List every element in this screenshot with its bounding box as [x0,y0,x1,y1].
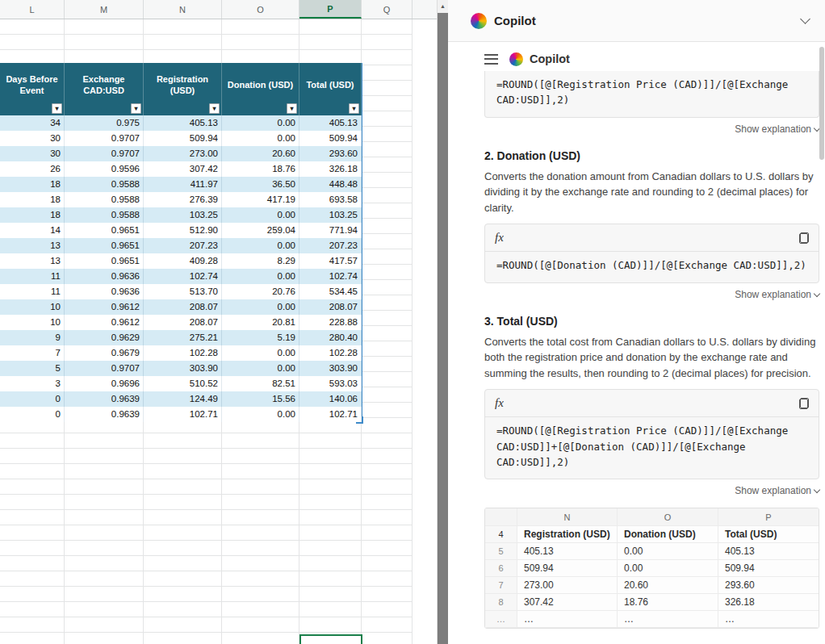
cell[interactable]: 0.9588 [65,207,144,223]
cell[interactable]: 228.88 [299,315,362,330]
cell[interactable]: 0.9639 [65,391,144,407]
cell[interactable]: 30 [0,131,65,146]
cell[interactable]: 0.975 [65,115,144,131]
column-header-l[interactable]: L [0,0,65,19]
cell[interactable]: 207.23 [299,238,362,253]
cell[interactable]: 326.18 [299,161,362,177]
cell[interactable]: 18 [0,207,65,223]
scrollbar-thumb[interactable] [438,13,448,644]
copy-icon[interactable] [799,232,809,244]
cell[interactable]: 14 [0,223,65,238]
cell[interactable]: 273.00 [144,146,222,161]
cell[interactable]: 509.94 [144,131,222,146]
cell[interactable]: 0.00 [222,345,299,361]
cell[interactable]: 405.13 [299,115,362,131]
cell[interactable]: 0.9629 [65,330,144,345]
cell[interactable]: 7 [0,345,65,361]
cell[interactable]: 208.07 [299,299,362,315]
cell[interactable]: 0.9612 [65,315,144,330]
cell[interactable]: 0.9588 [65,192,144,207]
cell[interactable]: 0.00 [222,299,299,315]
cell[interactable]: 0.9679 [65,345,144,361]
scroll-up-icon[interactable]: ▲ [438,0,448,13]
cell[interactable]: 0.00 [222,131,299,146]
cell[interactable]: 307.42 [144,161,222,177]
cell[interactable]: 448.48 [299,177,362,192]
cell[interactable]: 303.90 [144,361,222,376]
cell[interactable]: 513.70 [144,284,222,299]
column-header-q[interactable]: Q [362,0,412,19]
filter-dropdown-icon[interactable]: ▾ [287,103,297,114]
cell[interactable]: 208.07 [144,299,222,315]
cell[interactable]: 102.74 [299,269,362,284]
cell[interactable]: 9 [0,330,65,345]
cell[interactable]: 534.45 [299,284,362,299]
filter-dropdown-icon[interactable]: ▾ [52,103,62,114]
cell[interactable]: 11 [0,269,65,284]
cell[interactable]: 140.06 [299,391,362,407]
cell[interactable]: 36.50 [222,177,299,192]
cell[interactable]: 30 [0,146,65,161]
cell[interactable]: 276.39 [144,192,222,207]
cell[interactable]: 0.9636 [65,284,144,299]
cell[interactable]: 593.03 [299,376,362,391]
cell[interactable]: 280.40 [299,330,362,345]
cell[interactable]: 0 [0,407,65,422]
cell[interactable]: 20.81 [222,315,299,330]
cell[interactable]: 208.07 [144,315,222,330]
show-explanation-link[interactable]: Show explanation [484,289,819,300]
cell[interactable]: 5 [0,361,65,376]
cell[interactable]: 405.13 [144,115,222,131]
cell[interactable]: 207.23 [144,238,222,253]
cell[interactable]: 0.9707 [65,146,144,161]
cell[interactable]: 8.29 [222,253,299,269]
cell[interactable]: 26 [0,161,65,177]
cell[interactable]: 5.19 [222,330,299,345]
show-explanation-link[interactable]: Show explanation [484,123,819,135]
cell[interactable]: 293.60 [299,146,362,161]
cell[interactable]: 18 [0,192,65,207]
cell[interactable]: 0.9612 [65,299,144,315]
column-header-n[interactable]: N [144,0,222,19]
cell[interactable]: 10 [0,299,65,315]
cell[interactable]: 0.00 [222,361,299,376]
cell[interactable]: 0 [0,391,65,407]
cell[interactable]: 102.28 [299,345,362,361]
cell[interactable]: 103.25 [299,207,362,223]
cell[interactable]: 34 [0,115,65,131]
cell[interactable]: 18 [0,177,65,192]
cell[interactable]: 771.94 [299,223,362,238]
cell[interactable]: 124.49 [144,391,222,407]
cell[interactable]: 417.57 [299,253,362,269]
cell[interactable]: 0.9707 [65,131,144,146]
cell[interactable]: 103.25 [144,207,222,223]
cell[interactable]: 510.52 [144,376,222,391]
cell[interactable]: 0.9596 [65,161,144,177]
cell[interactable]: 102.74 [144,269,222,284]
column-header-p[interactable]: P [299,0,362,19]
cell[interactable]: 0.00 [222,207,299,223]
active-cell-outline[interactable] [299,634,362,644]
cell[interactable]: 509.94 [299,131,362,146]
cell[interactable]: 275.21 [144,330,222,345]
cell[interactable]: 102.71 [299,407,362,422]
cell[interactable]: 259.04 [222,223,299,238]
column-header-o[interactable]: O [222,0,299,19]
cell[interactable]: 411.97 [144,177,222,192]
cell[interactable]: 0.9651 [65,223,144,238]
cell[interactable]: 3 [0,376,65,391]
cell[interactable]: 0.9588 [65,177,144,192]
cell[interactable]: 303.90 [299,361,362,376]
copilot-scrollbar-thumb[interactable] [819,47,824,160]
cell[interactable]: 13 [0,253,65,269]
menu-icon[interactable] [484,54,498,65]
cell[interactable]: 0.00 [222,115,299,131]
cell[interactable]: 10 [0,315,65,330]
cell[interactable]: 0.9696 [65,376,144,391]
cell[interactable]: 512.90 [144,223,222,238]
cell[interactable]: 0.9707 [65,361,144,376]
sheet-vertical-scrollbar[interactable]: ▲ [437,0,448,644]
cell[interactable]: 0.9639 [65,407,144,422]
collapse-chevron-icon[interactable] [800,14,810,24]
filter-dropdown-icon[interactable]: ▾ [209,103,220,114]
